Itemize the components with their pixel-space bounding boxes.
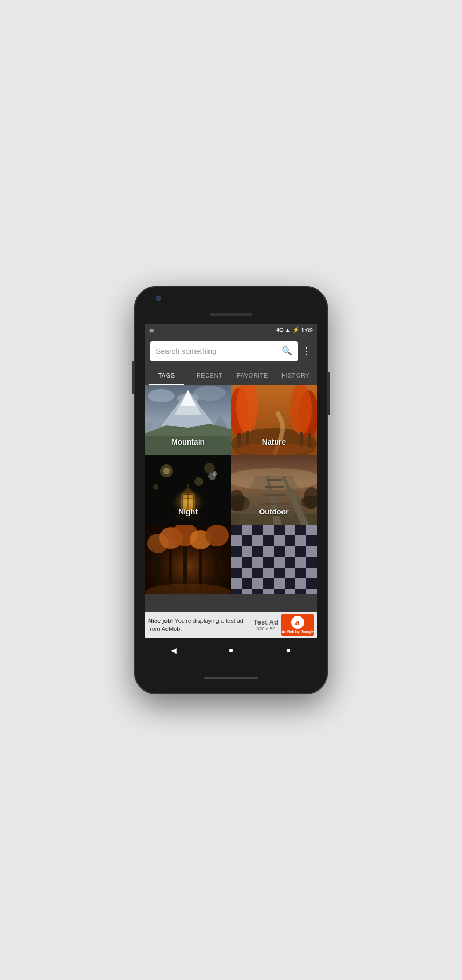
svg-rect-85 bbox=[252, 568, 263, 578]
battery-icon: ⚡ bbox=[292, 326, 300, 333]
phone-device: ▦ 4G ▲ ⚡ 1:09 Search something 🔍 ⋮ TAGS … bbox=[134, 286, 328, 694]
svg-rect-78 bbox=[274, 546, 285, 557]
bottom-pill bbox=[204, 677, 258, 679]
search-icon[interactable]: 🔍 bbox=[281, 346, 292, 356]
screen: ▦ 4G ▲ ⚡ 1:09 Search something 🔍 ⋮ TAGS … bbox=[145, 324, 317, 638]
tab-history[interactable]: HISTORY bbox=[274, 366, 317, 385]
phone-top-bar bbox=[134, 286, 328, 324]
checker-svg bbox=[231, 525, 317, 594]
svg-rect-77 bbox=[252, 546, 263, 557]
signal-bars: ▲ bbox=[285, 327, 291, 333]
time-display: 1:09 bbox=[301, 327, 313, 333]
svg-rect-79 bbox=[295, 546, 306, 557]
svg-point-65 bbox=[205, 525, 229, 546]
svg-rect-71 bbox=[295, 525, 306, 535]
svg-rect-82 bbox=[285, 557, 295, 568]
svg-point-25 bbox=[194, 477, 203, 486]
svg-rect-69 bbox=[252, 525, 263, 535]
svg-point-26 bbox=[204, 463, 215, 474]
grid-item-mountain[interactable]: Mountain bbox=[145, 385, 231, 455]
svg-rect-84 bbox=[231, 568, 242, 578]
svg-rect-92 bbox=[231, 589, 242, 594]
forest-svg bbox=[145, 525, 231, 594]
search-bar-area: Search something 🔍 ⋮ bbox=[145, 337, 317, 366]
svg-rect-90 bbox=[285, 578, 295, 589]
recent-apps-button[interactable]: ■ bbox=[278, 640, 299, 661]
search-placeholder: Search something bbox=[156, 347, 278, 355]
svg-rect-81 bbox=[263, 557, 274, 568]
grid-item-checker[interactable] bbox=[231, 525, 317, 594]
grid-item-night[interactable]: Night bbox=[145, 455, 231, 525]
tab-tags[interactable]: TAGS bbox=[145, 366, 188, 385]
status-right: 4G ▲ ⚡ 1:09 bbox=[276, 326, 313, 333]
svg-point-28 bbox=[213, 471, 217, 476]
ad-bold-text: Nice job! bbox=[148, 618, 173, 624]
svg-rect-89 bbox=[263, 578, 274, 589]
status-left: ▦ bbox=[149, 328, 154, 333]
svg-point-18 bbox=[290, 385, 312, 435]
svg-rect-88 bbox=[242, 578, 252, 589]
svg-rect-86 bbox=[274, 568, 285, 578]
ad-logo: a AdMob by Google bbox=[281, 614, 314, 636]
svg-point-1 bbox=[148, 389, 175, 402]
forest-bg bbox=[145, 525, 231, 594]
svg-point-29 bbox=[153, 484, 158, 490]
speaker bbox=[210, 313, 252, 316]
sim-icon: ▦ bbox=[149, 328, 154, 333]
svg-rect-74 bbox=[285, 535, 295, 546]
outdoor-label: Outdoor bbox=[259, 507, 288, 516]
svg-rect-91 bbox=[306, 578, 317, 589]
svg-point-24 bbox=[163, 468, 170, 474]
tab-recent[interactable]: RECENT bbox=[188, 366, 231, 385]
checker-bg bbox=[231, 525, 317, 594]
ad-text: Nice job! You're displaying a test ad fr… bbox=[148, 617, 250, 633]
mountain-label: Mountain bbox=[171, 438, 205, 446]
grid-item-forest[interactable] bbox=[145, 525, 231, 594]
ad-banner[interactable]: Nice job! You're displaying a test ad fr… bbox=[145, 612, 317, 638]
nav-bar: ◀ ● ■ bbox=[145, 638, 317, 662]
grid-item-outdoor[interactable]: Outdoor bbox=[231, 455, 317, 525]
svg-rect-75 bbox=[306, 535, 317, 546]
svg-rect-83 bbox=[306, 557, 317, 568]
status-bar: ▦ 4G ▲ ⚡ 1:09 bbox=[145, 324, 317, 337]
svg-rect-76 bbox=[231, 546, 242, 557]
admob-icon: a bbox=[291, 616, 304, 629]
photo-grid: Mountain bbox=[145, 385, 317, 612]
ad-center-text: Test Ad bbox=[254, 618, 278, 626]
camera bbox=[156, 296, 161, 301]
tab-favorite[interactable]: FAVORITE bbox=[231, 366, 274, 385]
svg-rect-95 bbox=[295, 589, 306, 594]
svg-rect-34 bbox=[187, 484, 189, 489]
back-button[interactable]: ◀ bbox=[163, 640, 184, 661]
phone-bottom-bar bbox=[134, 662, 328, 694]
home-button[interactable]: ● bbox=[220, 640, 242, 661]
svg-rect-73 bbox=[263, 535, 274, 546]
svg-rect-70 bbox=[274, 525, 285, 535]
night-label: Night bbox=[178, 507, 198, 516]
more-options-icon[interactable]: ⋮ bbox=[302, 345, 312, 357]
nature-label: Nature bbox=[262, 438, 286, 446]
signal-4g: 4G bbox=[276, 327, 283, 333]
search-input-wrap[interactable]: Search something 🔍 bbox=[150, 341, 298, 361]
svg-rect-94 bbox=[274, 589, 285, 594]
tabs-bar: TAGS RECENT FAVORITE HISTORY bbox=[145, 366, 317, 385]
admob-text: AdMob by Google bbox=[281, 630, 314, 634]
svg-rect-93 bbox=[252, 589, 263, 594]
svg-rect-68 bbox=[231, 525, 242, 535]
svg-rect-80 bbox=[242, 557, 252, 568]
svg-rect-72 bbox=[242, 535, 252, 546]
svg-rect-87 bbox=[295, 568, 306, 578]
grid-item-nature[interactable]: Nature bbox=[231, 385, 317, 455]
ad-size-text: 320 x 50 bbox=[254, 626, 278, 631]
